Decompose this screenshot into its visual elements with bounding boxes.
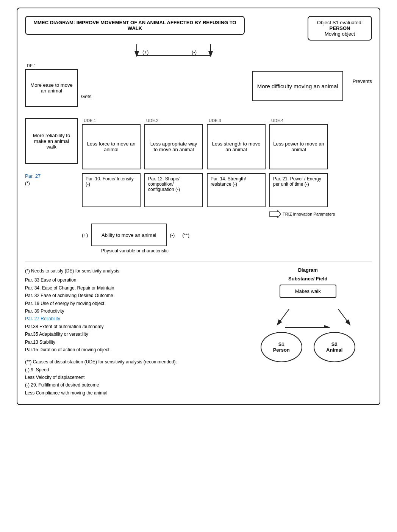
par-star-label: (*) [25,181,30,186]
par14-text: Par. 14. Strength/ resistance (-) [211,176,246,187]
de-sub-text: More reliability to make an animal walk [29,133,74,150]
ude4-box: Less power to move an animal [269,124,328,169]
triz-section: TRIZ Innovation Parameters [269,210,335,218]
note-par35: Par.35 Adaptability or versatility [25,330,236,338]
diagram-container: (+) (-) DE.1 More eas [25,44,372,253]
prevents-label-container: Prevents [351,78,372,84]
s2-name: Animal [326,347,342,353]
level1-row: DE.1 More ease to move an animal More di… [25,63,372,107]
s1-name: Person [273,347,290,353]
ude4-text: Less power to move an animal [273,141,324,152]
prevents-label: Prevents [353,78,372,84]
ude-main-text: More difficulty moving an animal [257,83,338,89]
ude1-box: Less force to move an animal [82,124,141,169]
par10-text: Par. 10. Force/ Intensity (-) [86,176,134,187]
svg-line-6 [278,309,289,324]
par12-text: Par. 12. Shape/ composition/ configurati… [148,176,180,192]
s1-label: S1 [278,341,284,347]
note-ude2: Less Velocity of displacement [25,374,236,381]
note-par39: Par. 39 Productivity [25,307,236,315]
par14-box: Par. 14. Strength/ resistance (-) [207,173,266,207]
sf-title2: Substance/ Field [244,276,372,282]
par12-box: Par. 12. Shape/ composition/ configurati… [144,173,203,207]
ability-row: (+) Ability to move an animal (-) (**) [82,224,372,246]
physical-label: Physical variable or characteristic [82,248,188,253]
ability-box: Ability to move an animal [91,224,167,246]
ude4-label: UDE.4 [271,118,283,123]
svg-marker-5 [269,210,281,218]
ude-subrow: More reliability to make an animal walk … [25,118,372,169]
note-par13: Par.13 Stability [25,338,236,346]
note-par32: Par. 32 Ease of achieving Desired Outcom… [25,292,236,299]
note-par19: Par. 19 Use of energy by moving object [25,300,236,307]
ude2-label: UDE.2 [146,118,158,123]
sf-ovals-row: S1 Person S2 Animal [255,332,361,362]
gets-label: Gets [81,94,91,99]
de-section: DE.1 More ease to move an animal [25,63,78,107]
ude2-box: Less appropriate way to move an animal [144,124,203,169]
arrow-row-top: (+) (-) [25,44,372,63]
svg-text:(+): (+) [142,49,148,55]
de-box-text: More ease to move an animal [30,82,73,94]
par10-box: Par. 10. Force/ Intensity (-) [82,173,141,207]
star-heading: (*) Needs to satisfy (DE) for sensitivit… [25,267,236,275]
ability-minus: (-) [170,232,175,238]
page: MMEC DIAGRAM: IMPROVE MOVEMENT OF AN ANI… [17,8,380,405]
ude4-section: UDE.4 Less power to move an animal [269,118,328,169]
ude3-section: UDE.3 Less strength to move an animal [207,118,266,169]
ude1-label: UDE.1 [84,118,96,123]
par27-label: Par. 27 [25,173,41,179]
sf-title1: Diagram [244,267,372,273]
object-name: PERSON [312,25,367,31]
s2-label: S2 [331,341,338,347]
triz-arrow-icon [269,210,281,218]
ability-plus: (+) [82,232,88,238]
sf-arrows-svg [255,309,361,328]
object-role: Moving object [312,31,367,37]
par27-section: Par. 27 (*) [25,173,78,186]
de-sub-section: More reliability to make an animal walk [25,118,78,164]
de-box: More ease to move an animal [25,69,78,107]
sf-diagram: Makes walk [255,285,361,362]
ude2-text: Less appropriate way to move an animal [148,141,199,152]
note-par15: Par.15 Duration of action of moving obje… [25,346,236,354]
makes-walk-text: Makes walk [295,288,321,294]
ude-main-section: More difficulty moving an animal [252,63,343,101]
note-ude1: (-) 9. Speed [25,366,236,374]
main-title-box: MMEC DIAGRAM: IMPROVE MOVEMENT OF AN ANI… [25,16,245,35]
triz-label: TRIZ Innovation Parameters [283,212,335,216]
par-row: Par. 27 (*) Par. 10. Force/ Intensity (-… [25,173,372,218]
object-box: Object S1 evaluated: PERSON Moving objec… [308,16,372,41]
par21-box: Par. 21. Power / Energy per unit of time… [269,173,328,207]
sf-s2-oval: S2 Animal [314,332,355,362]
makes-walk-container: Makes walk [255,285,361,309]
notes-section: (*) Needs to satisfy (DE) for sensitivit… [25,267,236,397]
object-title: Object S1 evaluated: [312,20,367,25]
ability-double-star: (**) [182,232,189,238]
bottom-area: (*) Needs to satisfy (DE) for sensitivit… [25,261,372,397]
ude3-text: Less strength to move an animal [211,141,262,152]
svg-text:(-): (-) [192,49,197,55]
de-label: DE.1 [27,63,36,68]
ude-main-box: More difficulty moving an animal [252,71,343,101]
de-sub-box: More reliability to make an animal walk [25,118,78,164]
main-title: MMEC DIAGRAM: IMPROVE MOVEMENT OF AN ANI… [33,20,236,31]
ability-text: Ability to move an animal [102,232,156,238]
svg-line-7 [338,309,350,324]
makes-walk-box: Makes walk [280,285,336,298]
substance-field-section: Diagram Substance/ Field Makes walk [244,267,372,397]
top-arrows-svg: (+) (-) [25,44,372,63]
note-par38: Par.38 Extent of automation /autonomy [25,323,236,330]
note-par34: Par. 34. Ease of Change, Repair or Maint… [25,284,236,292]
par21-section: Par. 21. Power / Energy per unit of time… [269,173,335,218]
ude3-box: Less strength to move an animal [207,124,266,169]
ude1-section: UDE.1 Less force to move an animal [82,118,141,169]
note-ude4: Less Compliance with moving the animal [25,389,236,397]
ude2-section: UDE.2 Less appropriate way to move an an… [144,118,203,169]
note-par33: Par. 33 Ease of operation [25,276,236,284]
ude1-text: Less force to move an animal [86,141,137,152]
header-row: MMEC DIAGRAM: IMPROVE MOVEMENT OF AN ANI… [25,16,372,41]
note-par27-blue: Par. 27 Reliability [25,315,236,322]
par21-text: Par. 21. Power / Energy per unit of time… [273,176,321,187]
double-star-heading: (**) Causes of dissatisfaction (UDE) for… [25,358,236,366]
